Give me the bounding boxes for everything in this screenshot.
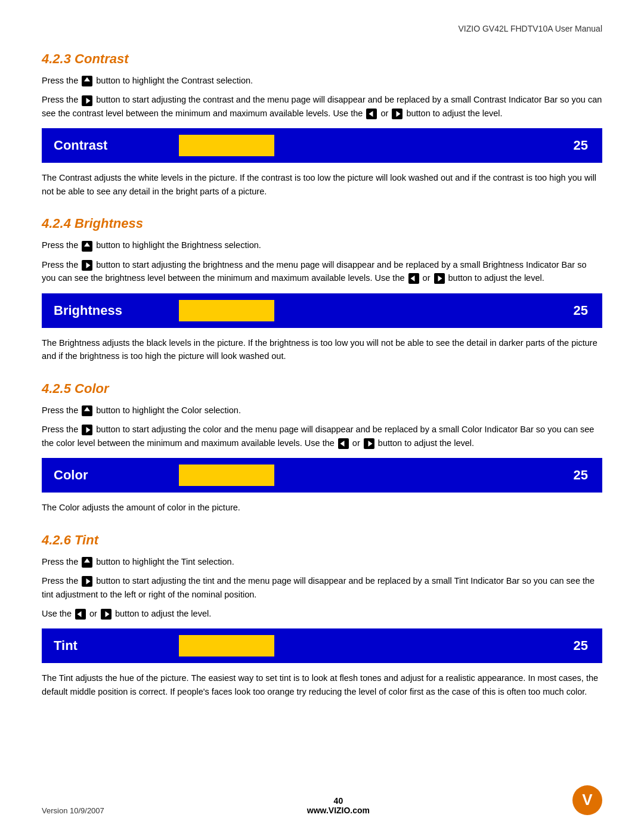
section-contrast: 4.2.3 Contrast Press the button to highl… bbox=[42, 51, 602, 198]
up-icon-b bbox=[82, 241, 92, 252]
color-para1: Press the button to highlight the Color … bbox=[42, 404, 602, 417]
tint-use-text: Use the or button to adjust the level. bbox=[42, 607, 602, 620]
section-tint-number: 4.2.6 bbox=[42, 532, 71, 547]
up-icon bbox=[82, 76, 92, 86]
right-icon-2 bbox=[392, 109, 402, 119]
brightness-description: The Brightness adjusts the black levels … bbox=[42, 336, 602, 363]
tint-indicator-fill bbox=[179, 635, 274, 657]
contrast-indicator-fill bbox=[179, 135, 274, 156]
tint-para1: Press the button to highlight the Tint s… bbox=[42, 555, 602, 568]
color-indicator-fill bbox=[179, 465, 274, 486]
footer-logo: V bbox=[572, 785, 602, 815]
color-indicator-value: 25 bbox=[574, 467, 588, 483]
section-tint-title: 4.2.6 Tint bbox=[42, 532, 602, 548]
section-brightness-number: 4.2.4 bbox=[42, 216, 71, 231]
contrast-para1: Press the button to highlight the Contra… bbox=[42, 74, 602, 87]
contrast-indicator-bar: Contrast 25 bbox=[42, 128, 602, 163]
contrast-indicator-value: 25 bbox=[574, 138, 588, 153]
color-indicator-bar: Color 25 bbox=[42, 458, 602, 493]
tint-indicator-label: Tint bbox=[54, 638, 161, 654]
contrast-indicator-label: Contrast bbox=[54, 138, 161, 153]
up-icon-t bbox=[82, 557, 92, 568]
brightness-para2: Press the button to start adjusting the … bbox=[42, 258, 602, 285]
brightness-indicator-label: Brightness bbox=[54, 303, 161, 318]
brightness-indicator-value: 25 bbox=[574, 303, 588, 318]
section-color-title: 4.2.5 Color bbox=[42, 381, 602, 397]
left-icon-b bbox=[408, 273, 419, 284]
left-icon bbox=[366, 109, 377, 119]
section-tint: 4.2.6 Tint Press the button to highlight… bbox=[42, 532, 602, 699]
color-para2: Press the button to start adjusting the … bbox=[42, 423, 602, 450]
right-icon-b bbox=[82, 260, 92, 271]
right-icon bbox=[82, 95, 92, 106]
right-icon-c bbox=[82, 425, 92, 435]
section-brightness-title: 4.2.4 Brightness bbox=[42, 216, 602, 231]
tint-indicator-bar: Tint 25 bbox=[42, 628, 602, 663]
right-icon-b2 bbox=[434, 273, 445, 284]
page-number: 40 bbox=[307, 796, 370, 806]
tint-description: The Tint adjusts the hue of the picture.… bbox=[42, 671, 602, 698]
right-icon-c2 bbox=[364, 438, 374, 449]
vizio-logo-icon: V bbox=[572, 785, 602, 815]
tint-indicator-value: 25 bbox=[574, 638, 588, 654]
right-icon-t bbox=[82, 576, 92, 587]
tint-para2: Press the button to start adjusting the … bbox=[42, 574, 602, 601]
page-content: VIZIO GV42L FHDTV10A User Manual 4.2.3 C… bbox=[0, 0, 644, 752]
color-indicator-label: Color bbox=[54, 467, 161, 483]
up-icon-c bbox=[82, 405, 92, 416]
section-color-number: 4.2.5 bbox=[42, 381, 71, 396]
contrast-para2: Press the button to start adjusting the … bbox=[42, 93, 602, 120]
brightness-indicator-bar: Brightness 25 bbox=[42, 293, 602, 328]
footer-center: 40 www.VIZIO.com bbox=[307, 796, 370, 815]
left-icon-t bbox=[75, 609, 86, 620]
manual-title: VIZIO GV42L FHDTV10A User Manual bbox=[459, 24, 602, 33]
footer-version: Version 10/9/2007 bbox=[42, 806, 104, 815]
page-footer: Version 10/9/2007 40 www.VIZIO.com V bbox=[0, 785, 644, 815]
section-contrast-title: 4.2.3 Contrast bbox=[42, 51, 602, 67]
right-icon-t2 bbox=[101, 609, 112, 620]
color-description: The Color adjusts the amount of color in… bbox=[42, 501, 602, 514]
section-contrast-number: 4.2.3 bbox=[42, 51, 71, 66]
footer-website: www.VIZIO.com bbox=[307, 806, 370, 815]
page-header: VIZIO GV42L FHDTV10A User Manual bbox=[42, 24, 602, 33]
left-icon-c bbox=[338, 438, 349, 449]
section-brightness: 4.2.4 Brightness Press the button to hig… bbox=[42, 216, 602, 363]
section-color: 4.2.5 Color Press the button to highligh… bbox=[42, 381, 602, 515]
brightness-indicator-fill bbox=[179, 300, 274, 321]
brightness-para1: Press the button to highlight the Bright… bbox=[42, 239, 602, 252]
svg-text:V: V bbox=[582, 791, 593, 809]
contrast-description: The Contrast adjusts the white levels in… bbox=[42, 171, 602, 198]
